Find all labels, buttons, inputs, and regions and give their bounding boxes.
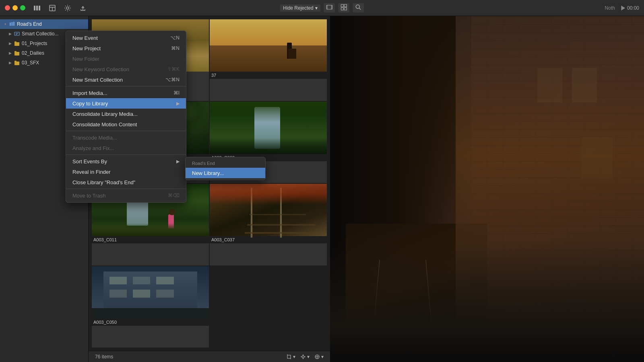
dailies-arrow-icon: ▶ [8, 51, 12, 55]
color-tool[interactable]: ▾ [314, 354, 324, 360]
dailies-folder-icon [14, 50, 20, 56]
preview-image [330, 16, 644, 362]
enhance-tool[interactable]: ▾ [300, 354, 310, 360]
close-button[interactable] [5, 5, 10, 10]
svg-rect-0 [34, 6, 35, 10]
menu-new-keyword-collection: New Keyword Collection ⇧⌘K [66, 64, 186, 74]
inspector-icon[interactable] [63, 4, 72, 12]
titlebar-center: Hide Rejected ▾ [280, 3, 364, 12]
menu-new-smart-collection[interactable]: New Smart Collection ⌥⌘N [66, 74, 186, 85]
svg-rect-20 [13, 22, 14, 26]
svg-point-15 [356, 5, 360, 8]
status-bar-tools: ▾ ▾ ▾ [286, 354, 324, 360]
sort-events-submenu-arrow: ▶ [176, 159, 180, 164]
titlebar: Hide Rejected ▾ [0, 0, 644, 16]
submenu-new-library[interactable]: New Library... [186, 168, 265, 178]
project-label: Noth [605, 5, 615, 11]
submenu-header: Road's End [186, 159, 265, 168]
svg-rect-2 [39, 6, 40, 10]
smart-collections-arrow-icon: ▶ [8, 32, 12, 36]
titlebar-tools [33, 4, 87, 12]
titlebar-right: Noth 00:00 [605, 5, 639, 11]
menu-transcode-media: Transcode Media... [66, 132, 186, 143]
item-count: 76 items [95, 354, 113, 360]
menu-separator-3 [66, 154, 186, 155]
sfx-folder-icon [14, 60, 20, 66]
filter-dropdown[interactable]: Hide Rejected ▾ [280, 4, 320, 12]
thumb-a003-c037[interactable]: A003_C037 [210, 184, 327, 265]
thumb-a003-c037-label: A003_C037 [210, 236, 327, 243]
menu-separator-2 [66, 131, 186, 131]
menu-consolidate-motion[interactable]: Consolidate Motion Content [66, 119, 186, 130]
menu-copy-to-library[interactable]: Copy to Library ▶ [66, 98, 186, 109]
svg-rect-13 [341, 8, 344, 10]
library-label: Road's End [17, 21, 85, 27]
share-icon[interactable] [78, 4, 87, 12]
svg-rect-14 [345, 8, 347, 10]
thumb-figure-beach[interactable]: 37 [210, 19, 327, 101]
thumb-figure-label: 37 [210, 72, 327, 79]
menu-analyze-fix: Analyze and Fix... [66, 143, 186, 153]
svg-rect-9 [327, 5, 328, 9]
menu-new-project[interactable]: New Project ⌘N [66, 43, 186, 53]
menu-import-media[interactable]: Import Media... ⌘I [66, 88, 186, 98]
menu-sort-events[interactable]: Sort Events By ▶ [66, 156, 186, 167]
crop-tool[interactable]: ▾ [286, 354, 295, 360]
thumb-a003-c050[interactable]: A003_C050 [92, 266, 209, 348]
filmstrip-view-button[interactable] [324, 3, 335, 12]
library-icon [9, 21, 15, 27]
svg-rect-21 [14, 32, 19, 35]
thumb-a003-c011-label: A003_C011 [92, 236, 209, 243]
copy-to-library-submenu-arrow: ▶ [176, 101, 180, 106]
crop-tool-arrow: ▾ [293, 354, 295, 360]
status-bar: 76 items ▾ ▾ [89, 351, 330, 362]
svg-rect-18 [10, 23, 11, 26]
menu-separator-1 [66, 86, 186, 86]
menu-new-event[interactable]: New Event ⌥N [66, 33, 186, 43]
svg-line-16 [359, 8, 361, 10]
view-controls [324, 3, 364, 12]
libraries-icon[interactable] [33, 4, 41, 12]
svg-point-6 [66, 7, 69, 9]
menu-move-trash: Move to Trash ⌘⌫ [66, 190, 186, 201]
thumb-empty [210, 266, 327, 348]
preview-panel [330, 16, 644, 362]
svg-rect-12 [345, 4, 347, 7]
menu-consolidate-library[interactable]: Consolidate Library Media... [66, 109, 186, 119]
menu-new-folder: New Folder [66, 53, 186, 64]
search-button[interactable] [353, 3, 364, 12]
color-tool-arrow: ▾ [321, 354, 324, 360]
projects-folder-icon [14, 40, 20, 47]
maximize-button[interactable] [20, 5, 25, 10]
projects-arrow-icon: ▶ [8, 41, 12, 45]
menu-close-library[interactable]: Close Library "Road's End" [66, 177, 186, 187]
browser-icon[interactable] [48, 4, 57, 12]
svg-rect-24 [287, 355, 291, 358]
sidebar-item-library[interactable]: ▾ Road's End [0, 19, 88, 29]
menu-separator-4 [66, 189, 186, 189]
minimize-button[interactable] [12, 5, 18, 10]
svg-rect-1 [36, 6, 38, 10]
enhance-tool-arrow: ▾ [307, 354, 310, 360]
thumb-a003-c050-label: A003_C050 [92, 319, 209, 326]
svg-rect-10 [331, 5, 332, 9]
library-arrow-icon: ▾ [3, 22, 7, 26]
context-menu: New Event ⌥N New Project ⌘N New Folder N… [66, 31, 186, 203]
grid-view-button[interactable] [339, 3, 350, 12]
smart-collections-icon [14, 31, 20, 37]
copy-to-library-submenu: Road's End New Library... [185, 157, 266, 180]
menu-reveal-finder[interactable]: Reveal in Finder [66, 167, 186, 177]
svg-rect-19 [12, 22, 13, 26]
sfx-arrow-icon: ▶ [8, 61, 12, 65]
svg-rect-11 [341, 4, 344, 7]
timecode-display: 00:00 [620, 5, 639, 11]
traffic-lights [5, 5, 25, 10]
svg-marker-17 [621, 6, 625, 10]
